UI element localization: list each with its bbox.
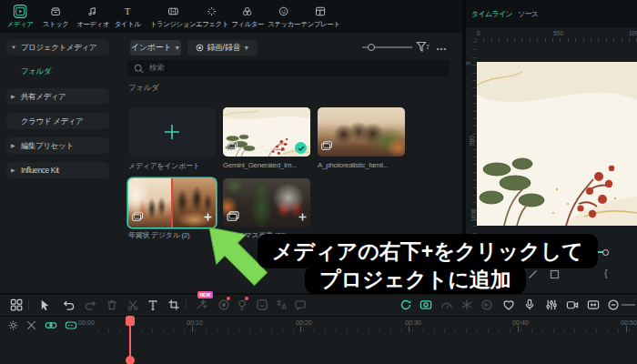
redo-icon[interactable]: [84, 298, 97, 311]
folder-section-label: フォルダ: [128, 83, 159, 94]
sidebar-item-shared-media[interactable]: ▶ 共有メディア: [6, 88, 109, 105]
tile-label-gemini: Gemini_Generated_Im...: [223, 161, 297, 169]
timecode-00-50: 00:50: [621, 318, 637, 327]
shape-tool-icon[interactable]: [550, 269, 560, 281]
tab-timeline[interactable]: タイムライン: [471, 9, 512, 19]
expand-track-icon[interactable]: [586, 298, 600, 311]
templates-icon: [313, 5, 327, 18]
sidebar-item-folder[interactable]: フォルダ: [6, 63, 109, 79]
mixer-icon[interactable]: [544, 298, 558, 311]
import-media-tile[interactable]: [128, 107, 216, 157]
tile-label-family: A_photorealistic_famil...: [318, 161, 388, 169]
chevron-right-icon: ▶: [11, 162, 15, 178]
sidebar-item-cloud-media[interactable]: クラウド メディア: [6, 113, 109, 129]
timecode-00-30: 00:30: [405, 318, 421, 327]
camera-icon[interactable]: [565, 298, 579, 311]
tab-effects[interactable]: エフェクト: [196, 5, 228, 29]
chevron-down-icon: ▼: [243, 45, 249, 51]
slider-knob[interactable]: [368, 44, 375, 51]
image-stack-icon: [132, 208, 143, 225]
media-icon: [13, 5, 26, 18]
tab-media[interactable]: メディア: [7, 5, 34, 29]
toolbar-separator: [186, 299, 187, 309]
timecode-00-20: 00:20: [296, 318, 312, 327]
tab-filters[interactable]: フィルター: [231, 5, 264, 29]
timecode-00-00: 00:00: [78, 318, 95, 327]
brace-icon[interactable]: {: [604, 268, 608, 278]
zoom-out-icon[interactable]: [606, 298, 620, 311]
tooltip-line1: メディアの右下+をクリックして: [258, 234, 598, 268]
auto-snap-icon[interactable]: [65, 318, 77, 331]
image-stack-icon: [227, 137, 238, 154]
sidebar-item-project-media[interactable]: ▼ プロジェクトメディア: [6, 39, 109, 56]
more-options-icon[interactable]: …: [436, 40, 448, 53]
link-clips-icon[interactable]: [45, 318, 57, 331]
preview-canvas-image[interactable]: [477, 62, 637, 226]
thumb-divider: [171, 178, 173, 228]
loop-playback-icon[interactable]: [399, 298, 412, 311]
media-tile-family-photo[interactable]: [318, 107, 405, 157]
cursor-tool-icon[interactable]: [37, 298, 51, 311]
preview-zoom-knob[interactable]: [602, 249, 609, 256]
record-icon: [196, 44, 204, 52]
voiceover-mic-icon[interactable]: [522, 298, 536, 311]
tab-source[interactable]: ソース: [518, 9, 538, 19]
audio-icon: [86, 5, 99, 18]
search-icon: [134, 64, 144, 74]
beat-icon[interactable]: [501, 298, 515, 311]
horizontal-ruler: 0 500 1000: [476, 30, 637, 42]
tab-templates[interactable]: テンプレート: [301, 5, 340, 29]
tooltip-line2: プロジェクトに追加: [305, 266, 526, 294]
tab-transition[interactable]: トランジション: [150, 5, 196, 29]
image-stack-icon: [321, 137, 332, 154]
translate-icon[interactable]: [274, 298, 288, 311]
import-button[interactable]: インポート▼: [130, 40, 181, 56]
delete-icon[interactable]: [105, 298, 118, 311]
timecode-00-40: 00:40: [512, 318, 529, 327]
timeline-ruler-major: [192, 326, 637, 332]
sidebar-item-influence-kit[interactable]: ▶ Influence Kit: [6, 162, 109, 178]
timeline-zoom-slider[interactable]: [622, 304, 635, 306]
tab-stickers[interactable]: ステッカー: [268, 5, 300, 29]
freeze-icon[interactable]: [460, 298, 473, 311]
tile-label-import: メディアをインポート: [128, 161, 200, 171]
tab-audio[interactable]: オーディオ: [76, 5, 109, 29]
filter-icon[interactable]: [416, 41, 430, 57]
chevron-down-icon: ▼: [174, 45, 180, 51]
newyear-card-preview: [477, 62, 637, 226]
stock-icon: [48, 5, 62, 18]
chevron-right-icon: ▶: [11, 88, 15, 105]
timeline-panel: [0, 316, 637, 364]
timeline-settings-gear-icon[interactable]: [6, 318, 19, 331]
playhead-line: [129, 324, 131, 357]
effects-icon: [205, 5, 218, 18]
svg-text:T: T: [125, 6, 131, 16]
chevron-right-icon: ▶: [11, 137, 15, 154]
reverse-icon[interactable]: [480, 298, 493, 311]
captions-icon[interactable]: [293, 298, 307, 311]
record-button[interactable]: 録画/録音▼: [187, 40, 258, 56]
media-tile-gemini[interactable]: [223, 107, 310, 157]
unlink-preview-icon[interactable]: [25, 318, 37, 331]
speed-icon[interactable]: [440, 298, 453, 311]
tab-title[interactable]: T タイトル: [115, 5, 141, 29]
playhead-knob[interactable]: [126, 356, 135, 364]
crop-icon[interactable]: [167, 298, 180, 311]
transition-icon: [166, 5, 179, 18]
text-tool-icon[interactable]: [146, 298, 159, 311]
tab-stock[interactable]: ストック: [43, 5, 69, 29]
split-icon[interactable]: [126, 298, 139, 311]
add-to-project-icon[interactable]: [298, 209, 308, 226]
undo-icon[interactable]: [61, 298, 75, 311]
selected-check-icon: [295, 142, 307, 154]
mask-icon[interactable]: [419, 298, 432, 311]
tile-label-nenga: 年賀状 デジタル (2): [128, 230, 189, 240]
filters-icon: [240, 5, 254, 18]
line-tool-icon[interactable]: [528, 269, 538, 281]
layout-grid-icon[interactable]: [9, 298, 23, 311]
stickers-icon: [277, 5, 290, 18]
title-icon: T: [120, 5, 134, 18]
sidebar-item-edit-presets[interactable]: ▶ 編集プリセット: [6, 137, 109, 154]
search-input[interactable]: 検索: [127, 60, 450, 76]
timecode-00-10: 00:10: [187, 318, 203, 327]
